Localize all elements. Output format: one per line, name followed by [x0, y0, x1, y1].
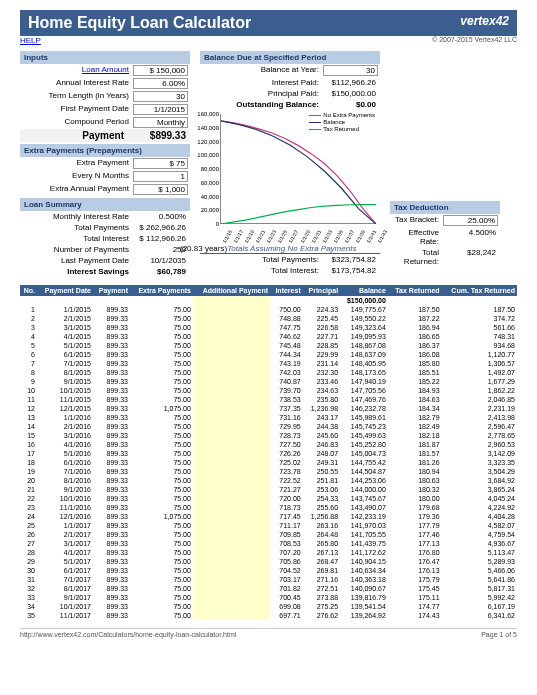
cell	[193, 494, 270, 503]
cell	[193, 296, 270, 305]
cell: 145,252.80	[340, 440, 388, 449]
cell: 75.00	[130, 350, 193, 359]
npay-label: Number of Payments	[22, 245, 133, 254]
left-column: Inputs Loan Amount$ 150,000 Annual Inter…	[20, 51, 190, 277]
cell: 75.00	[130, 548, 193, 557]
cell: 75.00	[130, 449, 193, 458]
col-header: Payment Date	[37, 285, 93, 296]
cell: 144,000.00	[340, 485, 388, 494]
cell: 7	[20, 359, 37, 368]
cell: 3/1/2015	[37, 323, 93, 332]
cell: 75.00	[130, 521, 193, 530]
cell: 143,490.07	[340, 503, 388, 512]
col-header: No.	[20, 285, 37, 296]
cell: 10	[20, 386, 37, 395]
cell: 5/1/2017	[37, 557, 93, 566]
cell: 271.16	[303, 575, 340, 584]
cell	[20, 296, 37, 305]
table-row: 88/1/2015899.3375.00742.03232.30148,173.…	[20, 368, 517, 377]
cell: 3/1/2017	[37, 539, 93, 548]
cell: 697.71	[270, 611, 303, 620]
cell: 13	[20, 413, 37, 422]
cell: 21	[20, 485, 37, 494]
term-input[interactable]: 30	[133, 91, 188, 102]
cell: 28	[20, 548, 37, 557]
cell: 899.33	[93, 539, 130, 548]
cell: 8/1/2017	[37, 584, 93, 593]
cell: 899.33	[93, 341, 130, 350]
cell: 34	[20, 602, 37, 611]
cell: 234.63	[303, 386, 340, 395]
cell: 149,550.22	[340, 314, 388, 323]
cell: 739.70	[270, 386, 303, 395]
cell: 75.00	[130, 377, 193, 386]
cell: 899.33	[93, 476, 130, 485]
cell: 22	[20, 494, 37, 503]
col-header: Tax Returned	[388, 285, 442, 296]
table-row: 273/1/2017899.3375.00708.53265.80141,439…	[20, 539, 517, 548]
chart-plot	[221, 114, 376, 224]
balance-at-input[interactable]: 30	[323, 65, 378, 76]
cell	[193, 359, 270, 368]
cell: 245.60	[303, 431, 340, 440]
cell: 269.81	[303, 566, 340, 575]
cell: 899.33	[93, 323, 130, 332]
page-footer: http://www.vertex42.com/Calculators/home…	[20, 628, 517, 638]
principal-paid-label: Principal Paid:	[202, 89, 323, 98]
cell: 75.00	[130, 530, 193, 539]
cell: 23	[20, 503, 37, 512]
cell: 265.80	[303, 539, 340, 548]
cell: 75.00	[130, 593, 193, 602]
mrate-label: Monthly Interest Rate	[22, 212, 133, 221]
cell	[388, 296, 442, 305]
cell	[193, 368, 270, 377]
save-label: Interest Savings	[22, 267, 133, 276]
cell: 228.85	[303, 341, 340, 350]
cell: 264.48	[303, 530, 340, 539]
table-row: 22/1/2015899.3375.00748.88225.45149,550.…	[20, 314, 517, 323]
cell: 899.33	[93, 458, 130, 467]
cell: 740.87	[270, 377, 303, 386]
cell	[193, 530, 270, 539]
page: Home Equity Loan Calculator vertex42 HEL…	[0, 0, 537, 648]
cell: 6,167.19	[442, 602, 517, 611]
cell: 140,363.18	[340, 575, 388, 584]
cell: 181.26	[388, 458, 442, 467]
compound-input[interactable]: Monthly	[133, 117, 188, 128]
table-row: 3410/1/2017899.3375.00699.08275.25139,54…	[20, 602, 517, 611]
col-header: Payment	[93, 285, 130, 296]
help-link[interactable]: HELP	[20, 36, 41, 45]
first-date-input[interactable]: 1/1/2015	[133, 104, 188, 115]
cell	[303, 296, 340, 305]
cell	[193, 350, 270, 359]
principal-paid-value: $150,000.00	[323, 89, 378, 98]
every-n-input[interactable]: 1	[133, 171, 188, 182]
cell: 6/1/2017	[37, 566, 93, 575]
rate-input[interactable]: 6.00%	[133, 78, 188, 89]
cell: 899.33	[93, 314, 130, 323]
cell: 267.13	[303, 548, 340, 557]
cell: 180.32	[388, 485, 442, 494]
table-row: 284/1/2017899.3375.00707.20267.13141,172…	[20, 548, 517, 557]
last-value: 10/1/2035	[133, 256, 188, 265]
cell	[193, 413, 270, 422]
cell: 8/1/2015	[37, 368, 93, 377]
cell	[193, 305, 270, 314]
cell: 144,253.06	[340, 476, 388, 485]
cell: 75.00	[130, 584, 193, 593]
balance-chart: No Extra Payments Balance Tax Returned 0…	[220, 114, 375, 224]
col-header: Principal	[303, 285, 340, 296]
outstanding-label: Outstanding Balance:	[202, 100, 323, 109]
extra-payment-input[interactable]: $ 75	[133, 158, 188, 169]
table-row: 262/1/2017899.3375.00709.85264.48141,705…	[20, 530, 517, 539]
extra-annual-input[interactable]: $ 1,000	[133, 184, 188, 195]
cell: 9/1/2015	[37, 377, 93, 386]
table-row: 295/1/2017899.3375.00705.86268.47140,904…	[20, 557, 517, 566]
cell: 745.48	[270, 341, 303, 350]
cell: 31	[20, 575, 37, 584]
cell	[193, 593, 270, 602]
cell: 1,120.77	[442, 350, 517, 359]
loan-amount-input[interactable]: $ 150,000	[133, 65, 188, 76]
cell: 187.50	[442, 305, 517, 314]
tax-bracket-input[interactable]: 25.00%	[443, 215, 498, 226]
